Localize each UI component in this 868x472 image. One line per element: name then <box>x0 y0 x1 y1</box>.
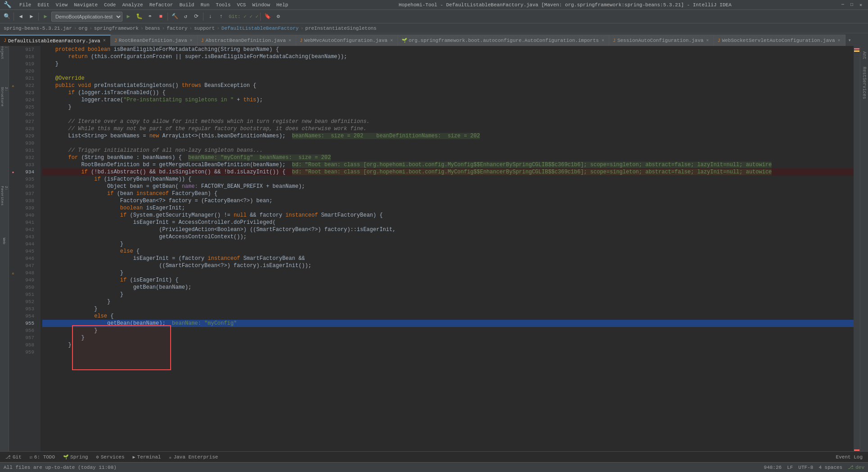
event-log-button[interactable]: Event Log <box>832 454 866 461</box>
vcs-update-icon[interactable]: ↓ <box>205 12 215 22</box>
tab-close-button-6[interactable]: × <box>705 38 710 43</box>
run-icon[interactable]: ▶ <box>41 12 50 22</box>
breadcrumb-method[interactable]: preInstantiateSingletons <box>305 26 376 31</box>
warn-948: ⚠ <box>12 271 14 275</box>
more-tabs-button[interactable]: ▾ <box>845 35 854 46</box>
right-tab-ant[interactable]: Ant <box>861 48 868 63</box>
editor-container: ⚠ ● ⚠ <box>9 46 860 451</box>
line-separator[interactable]: LF <box>787 465 793 470</box>
code-line-943: getAccessControlContext()); <box>42 233 854 241</box>
linenum-939: 939 <box>17 204 37 212</box>
forward-icon[interactable]: ▶ <box>27 12 36 22</box>
settings-icon[interactable]: ⚙ <box>273 12 283 22</box>
menu-window[interactable]: Window <box>249 1 273 9</box>
gutter-945 <box>9 248 17 255</box>
breadcrumb-sep-3: › <box>140 26 144 31</box>
encoding-selector[interactable]: UTF-8 <box>798 465 813 470</box>
run-config-select[interactable]: DemoBootApplication-test <box>51 12 122 22</box>
search-everywhere-icon[interactable]: 🔍 <box>2 12 12 22</box>
debug-button[interactable]: 🐛 <box>134 12 144 22</box>
tab-close-button[interactable]: × <box>102 38 107 43</box>
project-icon[interactable]: 1: Project <box>0 48 9 56</box>
menu-run[interactable]: Run <box>198 1 212 9</box>
bottom-tab-git[interactable]: ⎇ Git <box>2 454 25 461</box>
favorites-icon[interactable]: 2: Favorites <box>0 192 9 200</box>
linenum-953: 953 <box>17 305 37 313</box>
cursor-position[interactable]: 948:26 <box>764 465 782 470</box>
code-line-935: if (isFactoryBean(beanName)) { <box>42 176 854 183</box>
maximize-button[interactable]: □ <box>848 1 855 9</box>
refresh-button[interactable]: ⟳ <box>191 12 201 22</box>
linenum-932: 932 <box>17 154 37 161</box>
menu-code[interactable]: Code <box>101 1 118 9</box>
run-with-coverage-button[interactable]: ☂ <box>145 12 155 22</box>
breakpoint-934[interactable]: ● <box>12 170 14 174</box>
bookmarks-icon[interactable]: 🔖 <box>262 12 272 22</box>
breadcrumb-support[interactable]: support <box>194 26 215 31</box>
tab-close-button-4[interactable]: × <box>389 38 394 43</box>
bottom-tab-spring[interactable]: 🌱 Spring <box>59 454 92 461</box>
menu-analyze[interactable]: Analyze <box>119 1 145 9</box>
menu-vcs[interactable]: VCS <box>234 1 249 9</box>
bottom-tab-java-enterprise[interactable]: ☕ Java Enterprise <box>165 454 222 461</box>
sync-button[interactable]: ↺ <box>181 12 190 22</box>
menu-build[interactable]: Build <box>176 1 197 9</box>
code-line-933: RootBeanDefinition bd = getMergedLocalBe… <box>42 161 854 168</box>
breadcrumb-factory[interactable]: factory <box>167 26 187 31</box>
menu-refactor[interactable]: Refactor <box>147 1 176 9</box>
linenum-952: 952 <box>17 298 37 305</box>
gutter-939 <box>9 204 17 212</box>
breadcrumb-beans[interactable]: beans <box>145 26 160 31</box>
tab-websocketservlet[interactable]: J WebSocketServletAutoConfiguration.java… <box>714 35 845 46</box>
tab-defaultlistablebeanfactory[interactable]: J DefaultListableBeanFactory.java × <box>0 35 111 46</box>
menu-edit[interactable]: Edit <box>35 1 52 9</box>
breadcrumb-springframework[interactable]: springframework <box>94 26 139 31</box>
status-bar: All files are up-to-date (today 11:08) 9… <box>0 462 868 472</box>
close-button[interactable]: ✕ <box>857 1 864 9</box>
menu-tools[interactable]: Tools <box>213 1 233 9</box>
menu-file[interactable]: File <box>17 1 34 9</box>
back-icon[interactable]: ◀ <box>16 12 26 22</box>
bottom-tab-todo[interactable]: ☑ 6: TODO <box>26 454 59 461</box>
tab-sessionautoconfiguration[interactable]: J SessionAutoConfiguration.java × <box>609 35 714 46</box>
tab-close-button-3[interactable]: × <box>288 38 292 43</box>
code-line-949: if (isEagerInit) { <box>42 277 854 284</box>
tab-abstractbeandefinition[interactable]: J AbstractBeanDefinition.java × <box>198 35 296 46</box>
build-button[interactable]: 🔨 <box>170 12 180 22</box>
linenum-927: 927 <box>17 118 37 125</box>
status-bar-left: All files are up-to-date (today 11:08) <box>4 465 117 470</box>
bottom-tab-terminal[interactable]: ▶ Terminal <box>129 454 165 461</box>
code-line-937: if (bean instanceof FactoryBean) { <box>42 190 854 197</box>
tab-webmvcautoconfiguration[interactable]: J WebMvcAutoConfiguration.java × <box>296 35 398 46</box>
menu-navigate[interactable]: Navigate <box>71 1 100 9</box>
bottom-tab-git-label: Git <box>13 454 22 460</box>
tab-rootbeandefinition[interactable]: J RootBeanDefinition.java × <box>111 35 198 46</box>
tab-close-button-2[interactable]: × <box>189 38 194 43</box>
structure-icon[interactable]: 2: Structure <box>0 93 9 101</box>
linenum-947: 947 <box>17 262 37 269</box>
tab-close-button-5[interactable]: × <box>601 38 605 43</box>
menu-view[interactable]: View <box>53 1 70 9</box>
code-line-956: } <box>42 327 854 334</box>
menu-bar[interactable]: File Edit View Navigate Code Analyze Ref… <box>17 1 291 9</box>
web-icon[interactable]: Web <box>0 237 9 245</box>
branch-selector[interactable]: ⎇ dev <box>848 464 864 470</box>
menu-help[interactable]: Help <box>274 1 291 9</box>
code-editor[interactable]: protected boolean isBeanEligibleForMetad… <box>41 46 854 451</box>
right-tab-restservices[interactable]: RestServices <box>861 63 868 103</box>
indentation-selector[interactable]: 4 spaces <box>818 465 842 470</box>
tab-autoconfiguration-imports[interactable]: 🌱 org.springframework.boot.autoconfigure… <box>398 35 609 46</box>
bottom-tab-services[interactable]: ⚙ Services <box>93 454 128 461</box>
tab-close-button-7[interactable]: × <box>836 38 841 43</box>
vcs-push-icon[interactable]: ↑ <box>216 12 226 22</box>
breadcrumb-class[interactable]: DefaultListableBeanFactory <box>222 26 299 31</box>
tab-label-6: SessionAutoConfiguration.java <box>617 38 703 43</box>
gutter-917 <box>9 46 17 53</box>
run-button[interactable]: ▶ <box>123 12 133 22</box>
gutter-953 <box>9 305 17 313</box>
breadcrumb-org[interactable]: org <box>78 26 87 31</box>
stop-button[interactable]: ■ <box>156 12 166 22</box>
window-controls[interactable]: ─ □ ✕ <box>839 1 864 9</box>
breadcrumb-jar[interactable]: spring-beans-5.3.21.jar <box>4 26 72 31</box>
minimize-button[interactable]: ─ <box>839 1 846 9</box>
